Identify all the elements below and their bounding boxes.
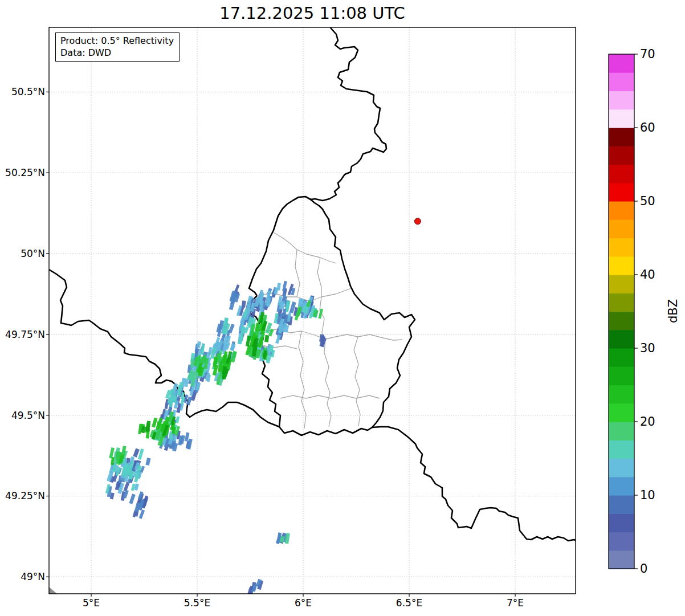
colorbar-tick-label: 0 — [640, 562, 674, 576]
map-plot — [0, 0, 685, 616]
border-france-belgium — [49, 270, 279, 427]
corner-terrain-wedge — [49, 587, 57, 594]
colorbar-tick-label: 60 — [640, 121, 674, 134]
x-tick-label: 5°E — [66, 597, 117, 609]
colorbar-tick-label: 50 — [640, 194, 674, 208]
product-annotation-box: Product: 0.5° Reflectivity Data: DWD — [55, 32, 180, 62]
colorbar-tick-label: 40 — [640, 268, 674, 282]
colorbar-tick-label: 30 — [640, 341, 674, 355]
y-tick-label: 50.5°N — [0, 86, 45, 97]
y-tick-label: 50°N — [0, 248, 45, 259]
border-germany-luxembourg — [311, 199, 415, 427]
colorbar-tick-label: 10 — [640, 488, 674, 502]
data-source-line: Data: DWD — [60, 47, 174, 59]
y-tick-label: 49.5°N — [0, 410, 45, 421]
colorbar-tick-label: 70 — [640, 47, 674, 61]
x-tick-label: 6°E — [278, 597, 329, 609]
product-line: Product: 0.5° Reflectivity — [60, 35, 174, 47]
y-tick-label: 49.25°N — [0, 490, 45, 501]
axis-tick-marks — [46, 92, 515, 597]
x-tick-label: 7°E — [490, 597, 541, 609]
border-france-luxembourg — [279, 427, 372, 435]
y-tick-label: 49°N — [0, 571, 45, 582]
colorbar-axis-label: dBZ — [665, 291, 681, 331]
border-france-germany — [372, 427, 577, 541]
y-tick-label: 49.75°N — [0, 329, 45, 340]
radar-figure: 17.12.2025 11:08 UTC Product: 0.5° — [0, 0, 685, 616]
x-tick-label: 6.5°E — [384, 597, 435, 609]
radar-site-marker — [414, 218, 421, 225]
colorbar — [609, 54, 638, 569]
border-belgium-germany — [311, 25, 386, 201]
colorbar-tick-label: 20 — [640, 415, 674, 429]
y-tick-label: 50.25°N — [0, 167, 45, 178]
radar-echoes — [105, 281, 327, 596]
x-tick-label: 5.5°E — [172, 597, 223, 609]
